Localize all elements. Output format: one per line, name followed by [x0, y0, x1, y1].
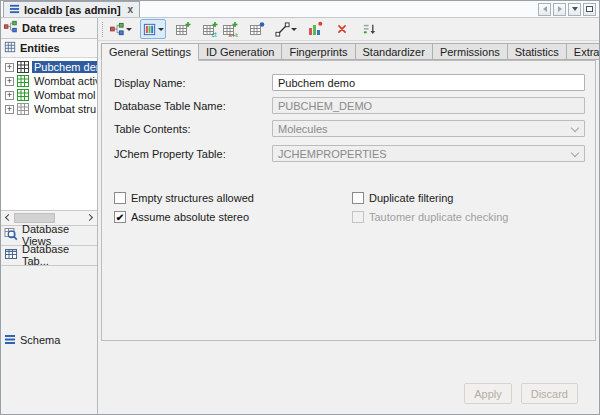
data-trees-header[interactable]: Data trees — [1, 18, 97, 39]
toolbar: ct a+b — [98, 18, 599, 41]
table-contents-value: Molecules — [278, 123, 328, 135]
document-tabbar: localdb [as admin] x — [1, 1, 599, 18]
new-table-icon[interactable] — [173, 19, 193, 39]
table-contents-select: Molecules — [272, 120, 585, 137]
table-grid-green-icon — [17, 89, 29, 101]
sidebar: Data trees Entities + Pubchem demo + Wom… — [1, 18, 98, 415]
app-window: localdb [as admin] x Data trees Entities… — [0, 0, 600, 415]
empty-structures-allowed-checkbox[interactable]: Empty structures allowed — [114, 192, 352, 204]
tab-id-generation[interactable]: ID Generation — [199, 43, 282, 60]
table-details-icon[interactable] — [247, 19, 267, 39]
grid-view-icon[interactable] — [140, 19, 166, 39]
expand-icon[interactable]: + — [5, 105, 14, 114]
tree-item-pubchem-demo[interactable]: + Pubchem demo — [1, 60, 97, 74]
tab-general-settings[interactable]: General Settings — [101, 43, 199, 61]
tab-statistics[interactable]: Statistics — [508, 43, 567, 60]
tautomer-duplicate-checking-checkbox: Tautomer duplicate checking — [352, 211, 585, 223]
document-tab-title: localdb [as admin] — [24, 4, 121, 16]
display-name-input[interactable]: Pubchem demo — [272, 74, 585, 91]
checkbox-label: Assume absolute stereo — [131, 211, 249, 223]
jchem-property-table-label: JChem Property Table: — [114, 148, 272, 160]
tab-extra-attributes[interactable]: Extra Attributes — [567, 43, 600, 60]
tree-item-label: Wombat activ — [32, 75, 97, 87]
database-table-name-value: PUBCHEM_DEMO — [278, 100, 372, 112]
display-name-value: Pubchem demo — [278, 77, 355, 89]
table-contents-label: Table Contents: — [114, 123, 272, 135]
toolbar-grip[interactable] — [102, 22, 105, 37]
display-name-label: Display Name: — [114, 77, 272, 89]
database-table-name-input: PUBCHEM_DEMO — [272, 97, 585, 114]
document-tab-localdb[interactable]: localdb [as admin] x — [3, 1, 140, 17]
action-button-row: Apply Discard — [98, 341, 599, 415]
checkbox-icon — [352, 211, 364, 223]
checkbox-icon[interactable]: ✔ — [114, 211, 126, 223]
expand-icon[interactable]: + — [5, 63, 14, 72]
checkbox-label: Empty structures allowed — [131, 192, 254, 204]
sidebar-item-schema[interactable]: Schema — [1, 265, 97, 415]
checkbox-label: Tautomer duplicate checking — [369, 211, 508, 223]
scroll-tabs-left-icon[interactable] — [538, 3, 551, 16]
sidebar-item-label: Database Tab... — [22, 243, 94, 267]
chevron-down-icon — [571, 149, 579, 157]
entities-tree: + Pubchem demo + Wombat activ + Wombat m… — [1, 58, 97, 210]
schema-icon — [9, 3, 20, 16]
jchem-property-table-value: JCHEMPROPERTIES — [278, 148, 387, 160]
new-chemical-table-icon[interactable]: ct — [200, 19, 220, 39]
maximize-view-icon[interactable] — [583, 3, 596, 16]
new-data-tree-icon[interactable] — [109, 19, 133, 39]
entities-grid-icon — [4, 41, 16, 55]
tab-controls — [538, 3, 596, 16]
sidebar-item-database-tables[interactable]: Database Tab... — [1, 245, 97, 265]
chevron-down-icon — [571, 124, 579, 132]
svg-text:ct: ct — [212, 31, 217, 38]
table-grid-plain-icon — [17, 103, 29, 115]
scrollbar-track[interactable] — [14, 212, 84, 224]
tab-permissions[interactable]: Permissions — [433, 43, 508, 60]
data-trees-label: Data trees — [22, 22, 75, 34]
checkbox-label: Duplicate filtering — [369, 192, 453, 204]
horizontal-scrollbar[interactable] — [1, 210, 97, 225]
options-checkboxes: Empty structures allowed Duplicate filte… — [114, 192, 585, 223]
dropdown-arrow-icon — [126, 28, 132, 31]
table-grid-green-icon — [17, 75, 29, 87]
expand-icon[interactable]: + — [5, 91, 14, 100]
expand-icon[interactable]: + — [5, 77, 14, 86]
tree-item-label: Pubchem demo — [32, 61, 97, 73]
database-table-name-label: Database Table Name: — [114, 100, 272, 112]
scroll-right-icon[interactable] — [84, 212, 97, 224]
tree-item-wombat-structures[interactable]: + Wombat stru — [1, 102, 97, 116]
new-compound-table-icon[interactable]: a+b — [220, 19, 240, 39]
entities-label: Entities — [20, 42, 60, 54]
jchem-property-table-select: JCHEMPROPERTIES — [272, 145, 585, 162]
statistics-icon[interactable] — [305, 19, 325, 39]
database-tables-icon — [4, 247, 18, 263]
general-settings-panel: Display Name: Pubchem demo Database Tabl… — [101, 60, 596, 341]
tree-item-wombat-molecules[interactable]: + Wombat mol — [1, 88, 97, 102]
entities-header[interactable]: Entities — [1, 39, 97, 58]
tree-item-wombat-activities[interactable]: + Wombat activ — [1, 74, 97, 88]
sidebar-item-database-views[interactable]: Database Views — [1, 225, 97, 245]
new-relationship-icon[interactable] — [274, 19, 298, 39]
tab-standardizer[interactable]: Standardizer — [356, 43, 433, 60]
scroll-left-icon[interactable] — [1, 212, 14, 224]
apply-button[interactable]: Apply — [464, 383, 512, 404]
scrollbar-thumb[interactable] — [14, 213, 55, 223]
sort-icon[interactable] — [359, 19, 379, 39]
tab-list-dropdown-icon[interactable] — [568, 3, 581, 16]
tree-item-label: Wombat stru — [32, 103, 97, 115]
table-grid-dark-icon — [17, 61, 29, 73]
discard-button[interactable]: Discard — [521, 383, 578, 404]
tab-fingerprints[interactable]: Fingerprints — [282, 43, 355, 60]
checkbox-icon[interactable] — [352, 192, 364, 204]
scroll-tabs-right-icon[interactable] — [553, 3, 566, 16]
svg-text:a+b: a+b — [229, 32, 239, 38]
delete-icon[interactable] — [332, 19, 352, 39]
duplicate-filtering-checkbox[interactable]: Duplicate filtering — [352, 192, 585, 204]
data-tree-icon — [4, 20, 18, 36]
settings-tabs: General Settings ID Generation Fingerpri… — [98, 41, 599, 60]
main-panel: ct a+b — [98, 18, 599, 415]
close-tab-icon[interactable]: x — [128, 5, 134, 15]
sidebar-item-label: Schema — [20, 334, 60, 346]
assume-absolute-stereo-checkbox[interactable]: ✔ Assume absolute stereo — [114, 211, 352, 223]
checkbox-icon[interactable] — [114, 192, 126, 204]
